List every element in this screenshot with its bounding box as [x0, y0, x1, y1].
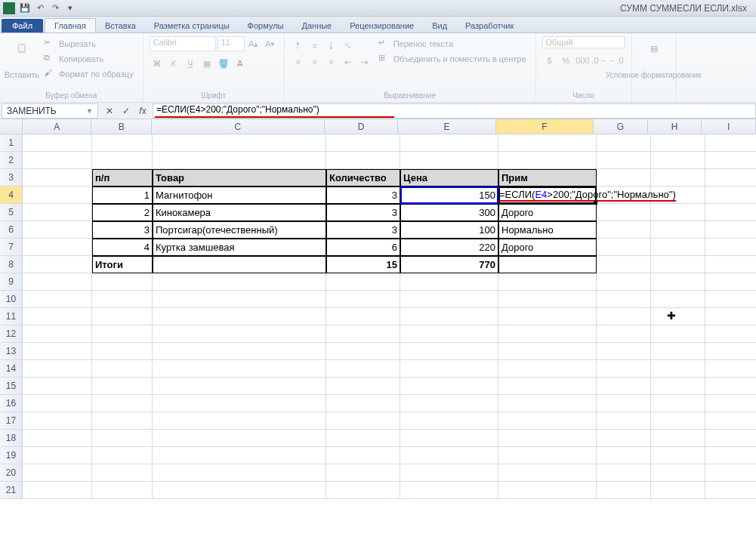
cell[interactable] [597, 221, 651, 239]
decrease-font-icon[interactable]: A▾ [263, 36, 278, 51]
cell[interactable] [92, 273, 153, 291]
cell[interactable] [92, 291, 153, 308]
cell[interactable] [498, 134, 597, 152]
cell[interactable] [498, 482, 597, 499]
row-5[interactable]: 5 [0, 204, 23, 221]
cell[interactable] [92, 152, 153, 169]
cell[interactable] [92, 482, 153, 499]
cell[interactable] [651, 256, 705, 273]
cell[interactable] [498, 343, 597, 360]
cell[interactable] [153, 152, 326, 169]
cell[interactable] [400, 412, 498, 430]
cell[interactable] [597, 273, 651, 291]
cell[interactable] [705, 360, 756, 378]
col-C[interactable]: C [152, 119, 325, 134]
indent-inc-icon[interactable]: ⇥ [357, 54, 372, 69]
cell[interactable] [705, 343, 756, 360]
cell[interactable] [651, 308, 705, 325]
currency-icon[interactable]: $ [542, 53, 557, 68]
row-8[interactable]: 8 [0, 256, 23, 273]
cell[interactable] [23, 464, 92, 482]
tab-view[interactable]: Вид [423, 19, 456, 32]
cell[interactable] [23, 308, 92, 325]
cell[interactable] [92, 360, 153, 378]
cell-header-qty[interactable]: Количество [326, 169, 400, 187]
row-3[interactable]: 3 [0, 169, 23, 187]
cell[interactable]: 300 [400, 204, 498, 221]
cell[interactable] [651, 412, 705, 430]
cell[interactable] [153, 447, 326, 464]
cell[interactable] [23, 447, 92, 464]
row-18[interactable]: 18 [0, 430, 23, 447]
cell[interactable] [705, 378, 756, 395]
cell-header-prim[interactable]: Прим [498, 169, 597, 187]
cell[interactable] [651, 482, 705, 499]
cell[interactable] [498, 325, 597, 343]
cell[interactable] [705, 169, 756, 187]
cell[interactable] [498, 447, 597, 464]
cell[interactable] [597, 412, 651, 430]
cell[interactable] [498, 152, 597, 169]
indent-dec-icon[interactable]: ⇤ [341, 54, 356, 69]
fill-color-button[interactable]: 🪣 [216, 56, 231, 71]
cell[interactable] [498, 291, 597, 308]
cell[interactable] [597, 430, 651, 447]
cell[interactable] [92, 378, 153, 395]
merge-button[interactable]: ⊞Объединить и поместить в центре [375, 51, 529, 66]
cell[interactable] [92, 134, 153, 152]
cell[interactable]: 220 [400, 239, 498, 256]
cell[interactable] [597, 256, 651, 273]
cell[interactable] [705, 239, 756, 256]
row-17[interactable]: 17 [0, 412, 23, 430]
cell[interactable] [597, 134, 651, 152]
row-21[interactable]: 21 [0, 482, 23, 499]
cell[interactable] [651, 447, 705, 464]
font-name-select[interactable]: Calibri [150, 36, 216, 51]
orientation-icon[interactable]: ⤡ [341, 38, 356, 53]
cell[interactable] [23, 291, 92, 308]
cell[interactable] [651, 239, 705, 256]
increase-font-icon[interactable]: A▴ [246, 36, 261, 51]
cell[interactable] [400, 360, 498, 378]
cell[interactable] [153, 256, 326, 273]
cell[interactable] [92, 325, 153, 343]
cell[interactable] [23, 221, 92, 239]
number-format-select[interactable]: Общий [542, 36, 625, 48]
cell[interactable]: Куртка замшевая [153, 239, 326, 256]
cell[interactable] [23, 187, 92, 204]
cell[interactable]: 150 [400, 187, 498, 204]
cell[interactable] [705, 308, 756, 325]
row-12[interactable]: 12 [0, 325, 23, 343]
col-A[interactable]: A [23, 119, 92, 134]
cell[interactable] [400, 464, 498, 482]
align-center-icon[interactable]: ≡ [307, 54, 322, 69]
cell[interactable]: Дорого [498, 204, 597, 221]
qat-more-icon[interactable]: ▾ [63, 2, 77, 15]
name-box[interactable]: ЗАМЕНИТЬ ▼ [2, 103, 98, 119]
cell[interactable] [153, 430, 326, 447]
row-16[interactable]: 16 [0, 395, 23, 412]
redo-icon[interactable]: ↷ [48, 2, 62, 15]
cell[interactable]: 3 [326, 187, 400, 204]
border-button[interactable]: ▦ [199, 56, 214, 71]
undo-icon[interactable]: ↶ [33, 2, 47, 15]
row-11[interactable]: 11 [0, 308, 23, 325]
cell[interactable] [705, 152, 756, 169]
cell[interactable] [651, 291, 705, 308]
cell[interactable] [326, 308, 400, 325]
cell[interactable] [153, 378, 326, 395]
cell[interactable] [597, 291, 651, 308]
cell[interactable] [498, 360, 597, 378]
align-top-icon[interactable]: ⭱ [291, 38, 306, 53]
cell[interactable] [23, 482, 92, 499]
cell[interactable] [153, 325, 326, 343]
cell[interactable] [651, 464, 705, 482]
tab-file[interactable]: Файл [2, 19, 43, 32]
col-D[interactable]: D [325, 119, 399, 134]
cell[interactable] [597, 378, 651, 395]
row-20[interactable]: 20 [0, 464, 23, 482]
cell[interactable] [92, 464, 153, 482]
cell[interactable] [92, 412, 153, 430]
cell[interactable] [326, 447, 400, 464]
cell[interactable] [400, 430, 498, 447]
